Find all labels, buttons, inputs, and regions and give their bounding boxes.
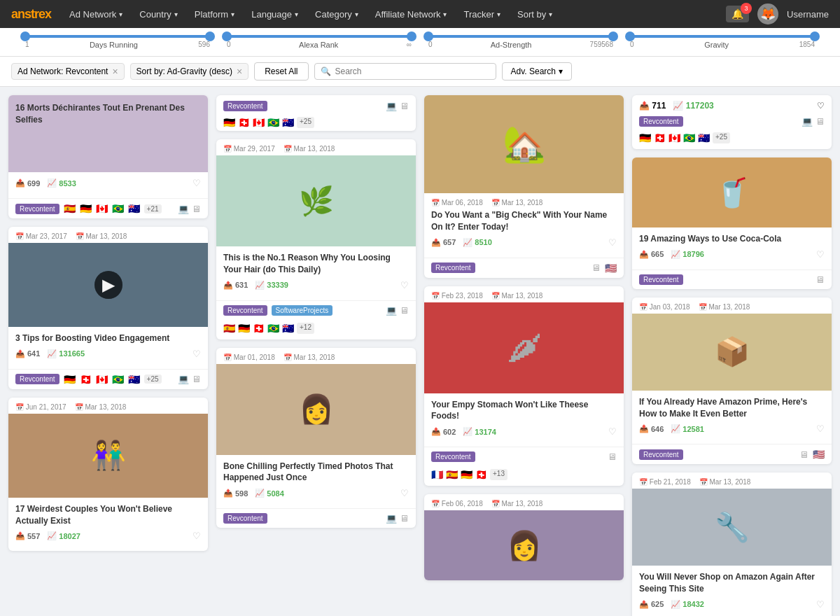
flag-ch: 🇨🇭 — [654, 132, 666, 144]
favorite-button[interactable]: ♡ — [608, 426, 617, 437]
nav-platform[interactable]: Platform ▾ — [188, 0, 241, 28]
reset-all-button[interactable]: Reset All — [254, 62, 308, 80]
favorite-button[interactable]: ♡ — [400, 280, 409, 290]
tag-revcontent: Revcontent — [15, 374, 59, 384]
card-meta: 📅 Feb 06, 2018 📅 Mar 13, 2018 — [424, 494, 624, 510]
card-footer: Revcontent 🖥 🇺🇸 — [424, 258, 624, 278]
card-image: 🌿 — [216, 155, 416, 246]
list-item: 🏡 📅 Mar 06, 2018 📅 Mar 13, 2018 Do You W… — [424, 95, 624, 278]
list-item: 📅 Mar 23, 2017 📅 Mar 13, 2018 ▶ 3 Tips f… — [8, 227, 208, 389]
reach-stat: 📤 598 — [223, 489, 248, 498]
card-body: 17 Weirdest Couples You Won't Believe Ac… — [8, 498, 208, 552]
trend-stat: 📈 18432 — [671, 600, 704, 609]
flag-ch: 🇨🇭 — [253, 323, 265, 334]
nav-ad-network[interactable]: Ad Network ▾ — [62, 0, 130, 28]
filter-tag-sort[interactable]: Sort by: Ad-Gravity (desc) × — [130, 63, 249, 80]
favorite-button[interactable]: ♡ — [192, 349, 201, 359]
favorite-button[interactable]: ♡ — [816, 424, 825, 434]
card-stats: 📤 641 📈 131665 ♡ — [15, 349, 201, 359]
device-icons: 🖥 — [592, 262, 601, 273]
nav-country[interactable]: Country ▾ — [132, 0, 185, 28]
favorite-button[interactable]: ♡ — [816, 599, 825, 610]
nav-affiliate-network[interactable]: Affiliate Network ▾ — [368, 0, 454, 28]
card-meta: 📅 Mar 01, 2018 📅 Mar 13, 2018 — [216, 348, 416, 364]
reach-stat: 📤 557 — [15, 531, 40, 540]
adv-search-button[interactable]: Adv. Search ▾ — [502, 62, 572, 80]
search-input[interactable] — [335, 66, 490, 76]
search-box[interactable]: 🔍 — [314, 63, 496, 80]
flag-us: 🇺🇸 — [813, 449, 825, 460]
card-image-emoji: 👫 — [91, 439, 126, 472]
card-body: 📤 699 📈 8533 ♡ — [8, 172, 208, 198]
card-body: Your Empy Stomach Won't Like Theese Food… — [424, 393, 624, 447]
flag-br: 🇧🇷 — [267, 117, 279, 128]
list-item: Revcontent 💻 🖥 🇩🇪 🇨🇭 🇨🇦 🇧🇷 🇦🇺 +25 — [216, 95, 416, 131]
card-footer: Revcontent 🇪🇸 🇩🇪 🇨🇦 🇧🇷 🇦🇺 +21 💻 🖥 — [8, 198, 208, 218]
card-image: 16 Morts Déchirantes Tout En Prenant Des… — [8, 95, 208, 172]
desktop-icon: 💻 — [178, 374, 189, 384]
flag-de: 🇩🇪 — [80, 203, 92, 214]
slider-labels: 0 Alexa Rank ∞ — [227, 41, 412, 49]
card-stats: 📤 602 📈 13174 ♡ — [431, 426, 617, 437]
card-stats: 📤 657 📈 8510 ♡ — [431, 237, 617, 248]
tag-revcontent: Revcontent — [223, 101, 267, 111]
tag-revcontent: Revcontent — [223, 305, 267, 316]
slider-gravity[interactable]: 0 Gravity 1854 — [622, 35, 823, 49]
card-footer: Revcontent 🖥 — [632, 270, 832, 289]
card-meta: 📅 Mar 23, 2017 📅 Mar 13, 2018 — [8, 227, 208, 243]
card-image-emoji: 🌶 — [507, 328, 542, 368]
slider-alexa-rank[interactable]: 0 Alexa Rank ∞ — [218, 35, 420, 49]
filter-tag-ad-network[interactable]: Ad Network: Revcontent × — [11, 63, 125, 80]
favorite-button[interactable]: ♡ — [817, 101, 825, 111]
logo[interactable]: anstrex — [11, 7, 51, 22]
device-icons: 💻 🖥 — [386, 305, 409, 316]
nav-tracker[interactable]: Tracker ▾ — [456, 0, 507, 28]
card-title: 16 Morts Déchirantes Tout En Prenant Des… — [15, 102, 201, 126]
trend-stat: 📈 131665 — [47, 349, 85, 358]
list-item: 📅 Feb 23, 2018 📅 Mar 13, 2018 🌶 Your Emp… — [424, 286, 624, 486]
device-icons: 💻 🖥 — [178, 204, 201, 214]
reach-stat: 📤 641 — [15, 349, 40, 358]
favorite-button[interactable]: ♡ — [816, 249, 825, 260]
favorite-button[interactable]: ♡ — [400, 488, 409, 498]
slider-thumb-right — [608, 31, 618, 41]
date-start: 📅 Feb 06, 2018 — [431, 500, 483, 507]
card-title: This is the No.1 Reason Why You Loosing … — [223, 252, 409, 276]
chevron-down-icon: ▾ — [443, 10, 447, 18]
device-icons: 🖥 — [816, 274, 825, 285]
favorite-button[interactable]: ♡ — [608, 237, 617, 248]
slider-days-running[interactable]: 1 Days Running 596 — [17, 35, 218, 49]
flag-es: 🇪🇸 — [223, 323, 235, 334]
flag-de: 🇩🇪 — [223, 117, 235, 128]
card-image: 👩 — [216, 364, 416, 455]
card-image: 👫 — [8, 414, 208, 498]
flag-ch: 🇨🇭 — [238, 117, 250, 128]
notification-button[interactable]: 🔔 3 — [726, 6, 749, 22]
slider-ad-strength[interactable]: 0 Ad-Strength 759568 — [420, 35, 622, 49]
card-image-emoji: 📦 — [715, 335, 750, 368]
nav-sort-by[interactable]: Sort by ▾ — [510, 0, 559, 28]
slider-thumb-left — [625, 31, 635, 41]
nav-language[interactable]: Language ▾ — [244, 0, 305, 28]
card-image: ▶ — [8, 243, 208, 327]
flag-au: 🇦🇺 — [698, 132, 710, 144]
reach-stat: 📤 602 — [431, 427, 456, 436]
card-footer: Revcontent 🇩🇪 🇨🇭 🇨🇦 🇧🇷 🇦🇺 +25 💻 🖥 — [8, 369, 208, 389]
card-image-emoji: 👩 — [299, 393, 334, 426]
filter-remove-icon[interactable]: × — [237, 66, 242, 76]
filter-label: Ad Network: Revcontent — [18, 66, 108, 76]
card-body: If You Already Have Amazon Prime, Here's… — [632, 391, 832, 444]
reach-stat: 📤 631 — [223, 281, 248, 290]
column-2: Revcontent 💻 🖥 🇩🇪 🇨🇭 🇨🇦 🇧🇷 🇦🇺 +25 📅 Mar … — [216, 95, 416, 616]
card-title: 19 Amazing Ways to Use Coca-Cola — [639, 233, 825, 245]
favorite-button[interactable]: ♡ — [192, 531, 201, 541]
tag-revcontent: Revcontent — [15, 204, 59, 214]
slider-track — [25, 35, 210, 38]
avatar[interactable]: 🦊 — [757, 4, 778, 24]
trend-stat: 📈 18027 — [47, 531, 80, 540]
filter-remove-icon[interactable]: × — [112, 66, 118, 76]
reach-stat: 📤 625 — [639, 600, 664, 609]
navbar: anstrex Ad Network ▾ Country ▾ Platform … — [0, 0, 840, 28]
favorite-button[interactable]: ♡ — [192, 178, 201, 188]
nav-category[interactable]: Category ▾ — [308, 0, 365, 28]
